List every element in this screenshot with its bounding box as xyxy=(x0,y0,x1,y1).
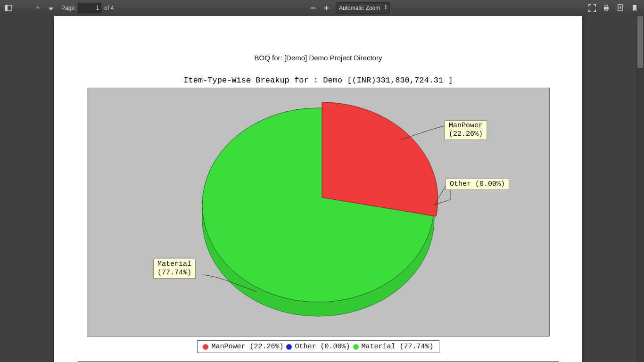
callout-material: Material (77.74%) xyxy=(153,259,196,279)
page-down-button[interactable] xyxy=(44,1,58,15)
document-title: BOQ for: [Demo] Demo Project Directory xyxy=(54,54,582,62)
print-button[interactable] xyxy=(600,1,613,15)
page-number-input[interactable] xyxy=(78,3,101,13)
page-label: Page: xyxy=(61,5,76,11)
download-button[interactable] xyxy=(614,1,627,15)
callout-other: Other (0.00%) xyxy=(446,179,509,190)
svg-rect-1 xyxy=(5,5,8,11)
fullscreen-button[interactable] xyxy=(586,1,599,15)
zoom-in-button[interactable] xyxy=(320,1,333,15)
svg-rect-6 xyxy=(605,5,608,7)
legend-swatch-manpower xyxy=(203,344,208,350)
vertical-scrollbar[interactable] xyxy=(636,16,644,362)
pdf-viewer[interactable]: BOQ for: [Demo] Demo Project Directory I… xyxy=(0,16,636,362)
legend-label-material: Material (77.74%) xyxy=(362,343,434,351)
callout-manpower: ManPower (22.26%) xyxy=(445,120,487,140)
chart-legend: ManPower (22.26%) Other (0.00%) Material… xyxy=(197,340,439,353)
pdf-page: BOQ for: [Demo] Demo Project Directory I… xyxy=(54,16,582,362)
scrollbar-thumb[interactable] xyxy=(637,16,643,68)
chart-title: Item-Type-Wise Breakup for : Demo [(INR)… xyxy=(54,76,582,85)
zoom-select[interactable]: Automatic Zoom ▴▾ xyxy=(336,2,390,14)
legend-label-manpower: ManPower (22.26%) xyxy=(211,343,283,351)
page-up-button[interactable] xyxy=(31,1,44,15)
page-total-label: of 4 xyxy=(104,5,114,11)
legend-swatch-other xyxy=(286,344,292,350)
pie-chart: ManPower (22.26%) Other (0.00%) Material… xyxy=(87,88,550,337)
legend-label-other: Other (0.00%) xyxy=(295,343,350,351)
svg-rect-4 xyxy=(326,6,327,10)
zoom-out-button[interactable] xyxy=(306,1,320,15)
svg-rect-2 xyxy=(311,8,315,8)
dropdown-arrows-icon: ▴▾ xyxy=(385,4,387,10)
legend-swatch-material xyxy=(353,344,359,350)
sidebar-toggle-button[interactable] xyxy=(2,1,15,15)
zoom-select-label: Automatic Zoom xyxy=(339,5,380,11)
bookmark-button[interactable] xyxy=(628,1,641,15)
pdf-toolbar: Page: of 4 Automatic Zoom ▴▾ xyxy=(0,0,644,16)
